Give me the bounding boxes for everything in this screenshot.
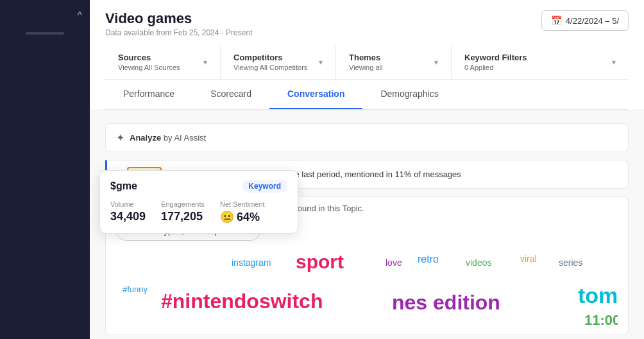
main-content: Video games Data available from Feb 25, … — [90, 0, 644, 339]
net-sentiment-label: Net Sentiment — [220, 200, 265, 208]
word-tomorrow-night: tomorrow nigh — [578, 283, 618, 308]
word-series: series — [559, 257, 582, 268]
sentiment-face-icon: 😐 — [220, 210, 234, 224]
sources-sublabel: Viewing All Sources — [118, 64, 180, 71]
word-love: love — [386, 257, 402, 268]
tab-scorecard[interactable]: Scorecard — [192, 80, 269, 109]
tooltip-term: $gme — [110, 180, 137, 192]
keyword-filters-filter[interactable]: Keyword Filters 0 Applied ▾ — [452, 45, 629, 79]
word-videos: videos — [466, 257, 491, 268]
tab-bar: Performance Scorecard Conversation Demog… — [105, 80, 629, 110]
tooltip-stats: Volume 34,409 Engagements 177,205 Net Se… — [110, 200, 287, 224]
sidebar-collapse-button[interactable]: ^ — [77, 10, 82, 22]
stat-engagements: Engagements 177,205 — [161, 200, 205, 224]
stat-volume: Volume 34,409 — [110, 200, 146, 224]
themes-label: Themes — [349, 53, 382, 62]
sources-chevron-icon: ▾ — [203, 58, 207, 67]
themes-sublabel: Viewing all — [349, 64, 382, 71]
competitors-sublabel: Viewing All Competitors — [233, 64, 307, 71]
page-title: Video games — [105, 10, 252, 27]
page-header: Video games Data available from Feb 25, … — [90, 0, 644, 110]
date-range-label: 4/22/2024 – 5/ — [566, 16, 619, 26]
sidebar-scrollbar — [26, 32, 64, 35]
keyword-filters-chevron-icon: ▾ — [612, 58, 616, 67]
word-cloud: instagram sport love retro videos viral … — [116, 251, 618, 328]
net-sentiment-value: 😐 64% — [220, 210, 265, 224]
analyze-bar: ✦ Analyze by AI Assist — [105, 123, 629, 152]
ai-assist-icon: ✦ — [116, 132, 124, 144]
competitors-label: Competitors — [233, 53, 307, 62]
sources-filter[interactable]: Sources Viewing All Sources ▾ — [105, 45, 221, 79]
sidebar: ^ — [0, 0, 90, 339]
word-nes-edition: nes edition — [392, 291, 500, 315]
sidebar-toggle-area: ^ — [0, 5, 90, 27]
competitors-chevron-icon: ▾ — [319, 58, 323, 67]
word-nintendoswitch: #nintendoswitch — [161, 290, 323, 313]
keyword-filters-label: Keyword Filters — [464, 53, 527, 62]
tab-conversation[interactable]: Conversation — [269, 80, 362, 109]
volume-value: 34,409 — [110, 210, 146, 223]
volume-label: Volume — [110, 200, 146, 208]
page-subtitle: Data available from Feb 25, 2024 - Prese… — [105, 28, 252, 37]
word-time: 11:00 pm utc — [584, 312, 618, 328]
content-area: ✦ Analyze by AI Assist ↑ $gme increased … — [90, 110, 644, 339]
tooltip-popup: $gme Keyword Volume 34,409 Engagements 1… — [99, 170, 298, 234]
header-title-area: Video games Data available from Feb 25, … — [105, 10, 252, 37]
stat-net-sentiment: Net Sentiment 😐 64% — [220, 200, 265, 224]
word-viral: viral — [520, 254, 537, 264]
competitors-filter[interactable]: Competitors Viewing All Competitors ▾ — [221, 45, 336, 79]
word-retro: retro — [418, 254, 439, 265]
tab-performance[interactable]: Performance — [105, 80, 192, 109]
analyze-label: Analyze by AI Assist — [130, 133, 206, 143]
filter-bar: Sources Viewing All Sources ▾ Competitor… — [105, 45, 629, 80]
tab-demographics[interactable]: Demographics — [362, 80, 456, 109]
calendar-icon: 📅 — [551, 15, 562, 26]
date-range-button[interactable]: 📅 4/22/2024 – 5/ — [541, 10, 629, 31]
themes-filter[interactable]: Themes Viewing all ▾ — [336, 45, 452, 79]
sentiment-percent: 64% — [237, 211, 260, 224]
engagements-label: Engagements — [161, 200, 205, 208]
keyword-filters-sublabel: 0 Applied — [464, 64, 527, 71]
word-sport: sport — [296, 251, 344, 273]
sources-label: Sources — [118, 53, 180, 62]
engagements-value: 177,205 — [161, 210, 205, 223]
tooltip-keyword-badge: Keyword — [242, 180, 287, 193]
themes-chevron-icon: ▾ — [434, 58, 438, 67]
word-instagram: instagram — [232, 257, 271, 268]
word-funny: #funny — [123, 284, 148, 294]
